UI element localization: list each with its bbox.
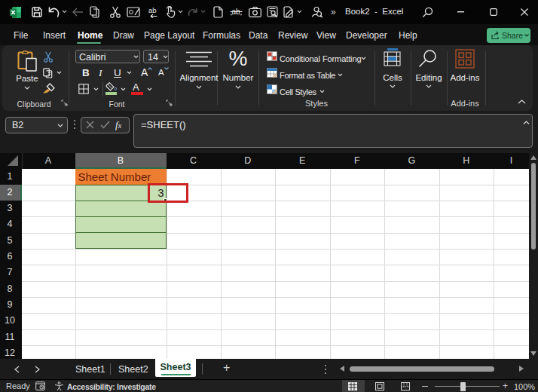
svg-text:ab: ab [148,7,157,14]
